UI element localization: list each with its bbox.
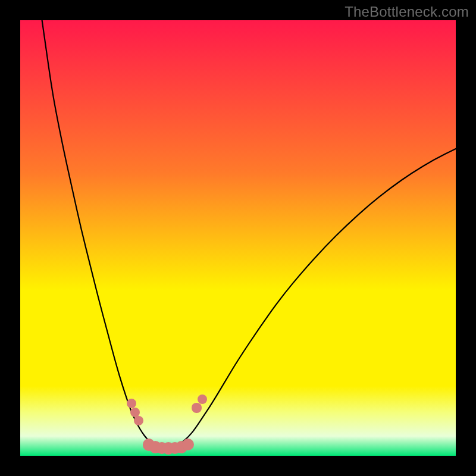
marker-floor-7 bbox=[182, 439, 194, 450]
marker-right-upper-2 bbox=[198, 394, 207, 404]
series-layer bbox=[20, 20, 456, 456]
marker-right-upper-1 bbox=[192, 403, 201, 412]
series-left-curve bbox=[42, 20, 164, 449]
watermark-text: TheBottleneck.com bbox=[345, 4, 469, 20]
plot-area bbox=[20, 20, 456, 456]
outer-frame: TheBottleneck.com bbox=[0, 0, 476, 476]
series-right-curve bbox=[173, 149, 456, 449]
